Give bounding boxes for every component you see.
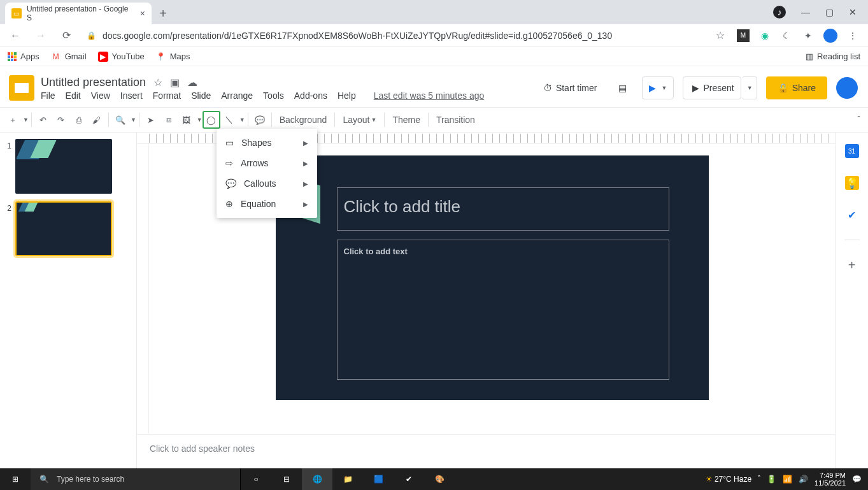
new-slide-button[interactable]: + [4, 111, 22, 129]
ext-gmail-icon[interactable]: M [737, 29, 750, 42]
task-view-icon[interactable]: ⊟ [271, 468, 302, 490]
app-icon[interactable]: 🟦 [363, 468, 394, 490]
media-control-icon[interactable]: ♪ [773, 6, 786, 18]
start-button[interactable]: ⊞ [0, 468, 31, 490]
undo-button[interactable]: ↶ [34, 111, 52, 129]
redo-button[interactable]: ↷ [52, 111, 70, 129]
textbox-tool-button[interactable]: ⧈ [160, 111, 178, 129]
system-clock[interactable]: 7:49 PM 11/5/2021 [815, 472, 846, 487]
chrome-app-icon[interactable]: 🌐 [302, 468, 332, 490]
chrome-menu-icon[interactable]: ⋮ [846, 29, 859, 42]
equation-menu-item[interactable]: ⊕Equation▶ [217, 194, 317, 214]
slide-thumbnail-2[interactable] [15, 201, 112, 256]
dropdown-icon[interactable]: ▼ [197, 117, 203, 123]
menu-insert[interactable]: Insert [120, 90, 143, 101]
reload-button[interactable]: ⟳ [57, 27, 75, 45]
comment-tool-button[interactable]: 💬 [251, 111, 269, 129]
menu-addons[interactable]: Add-ons [294, 90, 327, 101]
explorer-app-icon[interactable]: 📁 [332, 468, 363, 490]
address-bar[interactable]: 🔒 docs.google.com/presentation/d/1eGTXE6… [83, 31, 704, 41]
ext-grammarly-icon[interactable]: ◉ [758, 29, 771, 42]
paint-format-button[interactable]: 🖌 [88, 111, 106, 129]
cortana-icon[interactable]: ○ [241, 468, 271, 490]
menu-help[interactable]: Help [338, 90, 356, 101]
maximize-icon[interactable]: ▢ [825, 7, 834, 17]
notifications-icon[interactable]: 💬 [852, 475, 862, 484]
minimize-icon[interactable]: — [801, 7, 810, 17]
comments-button[interactable]: ▤ [612, 76, 633, 99]
slide-thumbnail-1[interactable] [15, 139, 112, 194]
present-dropdown-button[interactable]: ▼ [742, 76, 757, 99]
calendar-addon-icon[interactable]: 31 [845, 144, 859, 158]
body-placeholder[interactable]: Click to add text [337, 240, 669, 380]
account-avatar-icon[interactable] [836, 77, 858, 99]
dropdown-icon[interactable]: ▼ [23, 117, 29, 123]
callouts-menu-item[interactable]: 💬Callouts▶ [217, 173, 317, 194]
menu-edit[interactable]: Edit [66, 90, 81, 101]
tray-volume-icon[interactable]: 🔊 [799, 475, 808, 484]
share-button[interactable]: 🔒Share [766, 76, 827, 99]
apps-grid-icon [8, 52, 17, 61]
last-edit-link[interactable]: Last edit was 5 minutes ago [374, 90, 485, 101]
theme-button[interactable]: Theme [387, 111, 425, 129]
tray-expand-icon[interactable]: ˆ [758, 475, 760, 484]
slide[interactable]: Click to add title Click to add text [276, 155, 709, 400]
cloud-status-icon[interactable]: ☁ [187, 76, 197, 89]
tab-close-icon[interactable]: × [140, 8, 145, 18]
app-icon[interactable]: ✔ [394, 468, 424, 490]
new-tab-button[interactable]: + [154, 4, 172, 22]
taskbar-search[interactable]: 🔍 Type here to search [31, 468, 241, 490]
print-button[interactable]: ⎙ [70, 111, 88, 129]
title-placeholder[interactable]: Click to add title [337, 187, 669, 231]
speaker-notes[interactable]: Click to add speaker notes [137, 434, 835, 468]
tray-battery-icon[interactable]: 🔋 [767, 475, 776, 484]
menu-arrange[interactable]: Arrange [221, 90, 253, 101]
star-icon[interactable]: ☆ [711, 27, 729, 45]
menu-file[interactable]: File [41, 90, 55, 101]
bookmark-maps[interactable]: 📍Maps [156, 52, 190, 62]
slides-logo-icon[interactable] [9, 75, 34, 101]
present-button[interactable]: ▶Present [683, 76, 741, 99]
bookmark-gmail[interactable]: MGmail [51, 52, 87, 62]
menu-format[interactable]: Format [153, 90, 181, 101]
document-title[interactable]: Untitled presentation [41, 76, 146, 89]
line-tool-button[interactable]: ＼ [220, 111, 238, 129]
extensions-icon[interactable]: ✦ [802, 29, 815, 42]
bookmark-youtube[interactable]: ▶YouTube [98, 52, 145, 62]
shapes-menu-item[interactable]: ▭Shapes▶ [217, 133, 317, 153]
reading-list-button[interactable]: ▥Reading list [806, 52, 860, 61]
menu-view[interactable]: View [91, 90, 110, 101]
layout-button[interactable]: Layout▼ [338, 111, 381, 129]
ext-moon-icon[interactable]: ☾ [780, 29, 793, 42]
shape-tool-button[interactable]: ◯ [203, 111, 220, 129]
toolbar: +▼ ↶ ↷ ⎙ 🖌 🔍▼ ➤ ⧈ 🖼▼ ◯ ＼▼ 💬 Background L… [0, 107, 868, 133]
add-addon-button[interactable]: + [845, 258, 859, 272]
image-tool-button[interactable]: 🖼 [178, 111, 196, 129]
menu-slide[interactable]: Slide [191, 90, 211, 101]
tray-wifi-icon[interactable]: 📶 [783, 475, 792, 484]
transition-button[interactable]: Transition [431, 111, 480, 129]
arrows-menu-item[interactable]: ⇨Arrows▶ [217, 153, 317, 173]
keep-addon-icon[interactable]: 💡 [845, 176, 859, 190]
select-tool-button[interactable]: ➤ [142, 111, 160, 129]
window-close-icon[interactable]: ✕ [849, 7, 857, 17]
slideshow-button[interactable]: ▶▼ [642, 76, 674, 99]
shapes-icon: ▭ [225, 138, 234, 148]
profile-avatar-icon[interactable] [823, 29, 837, 43]
bookmark-apps[interactable]: Apps [8, 52, 39, 61]
star-doc-icon[interactable]: ☆ [153, 76, 162, 89]
paint-app-icon[interactable]: 🎨 [424, 468, 455, 490]
background-button[interactable]: Background [274, 111, 332, 129]
start-timer-button[interactable]: ⏱Start timer [537, 76, 604, 99]
weather-widget[interactable]: ☀ 27°C Haze [706, 475, 752, 484]
hide-menus-button[interactable]: ˆ [857, 115, 860, 125]
zoom-button[interactable]: 🔍 [111, 111, 129, 129]
back-button[interactable]: ← [6, 27, 24, 45]
browser-tab[interactable]: ▭ Untitled presentation - Google S × [5, 3, 152, 24]
move-doc-icon[interactable]: ▣ [170, 76, 180, 89]
dropdown-icon[interactable]: ▼ [239, 117, 245, 123]
forward-button[interactable]: → [32, 27, 50, 45]
menu-tools[interactable]: Tools [263, 90, 284, 101]
tasks-addon-icon[interactable]: ✔ [845, 208, 859, 222]
dropdown-icon[interactable]: ▼ [131, 117, 136, 123]
